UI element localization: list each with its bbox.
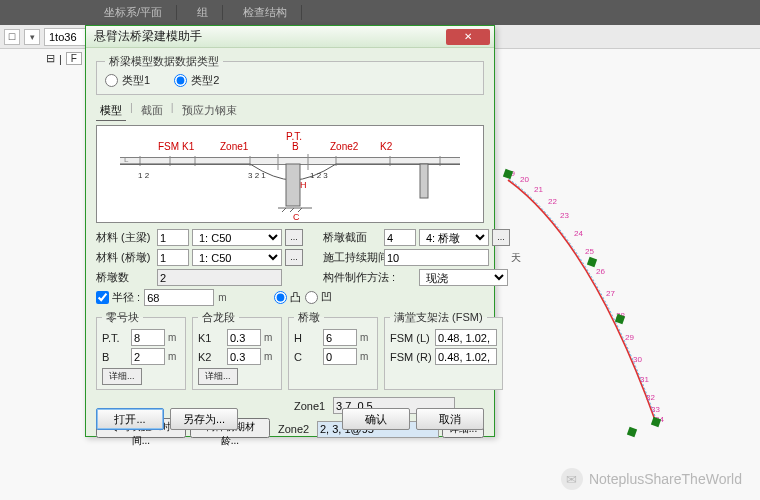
block0-detail-button[interactable]: 详细... [102,368,142,385]
tree-node[interactable]: ⊟|F [46,52,82,65]
pier-section-label: 桥墩截面 [323,230,381,245]
mat-pier-select[interactable]: 1: C50 [192,249,282,266]
mat-girder-num[interactable] [157,229,189,246]
svg-text:25: 25 [585,247,594,256]
model-viewport[interactable]: 192021 222324 252627 282930 313233 34 [500,40,760,440]
svg-text:Zone1: Zone1 [220,141,249,152]
radio-concave[interactable]: 凹 [305,290,332,305]
saveas-button[interactable]: 另存为... [170,408,238,430]
svg-text:20: 20 [520,175,529,184]
svg-rect-20 [420,164,428,198]
svg-rect-9 [120,158,460,164]
closure-group: 合龙段 K1m K2m 详细... [192,310,282,390]
duration-label: 施工持续期间 [323,250,381,265]
block0-group: 零号块 P.T.m Bm 详细... [96,310,186,390]
pier-count-input [157,269,282,286]
mat-girder-more[interactable]: ... [285,229,303,246]
toolbar-button[interactable]: ☐ [4,29,20,45]
h-input[interactable] [323,329,357,346]
tab-section[interactable]: 截面 [137,101,167,121]
mat-girder-label: 材料 (主梁) [96,230,154,245]
b-input[interactable] [131,348,165,365]
svg-text:K1: K1 [182,141,195,152]
svg-text:33: 33 [651,405,660,414]
tabs: 模型| 截面| 预应力钢束 [96,101,484,121]
pier-group: 桥墩 Hm Cm [288,310,378,390]
mat-pier-num[interactable] [157,249,189,266]
svg-text:23: 23 [560,211,569,220]
svg-rect-51 [627,427,637,437]
c-input[interactable] [323,348,357,365]
mat-pier-label: 材料 (桥墩) [96,250,154,265]
svg-text:26: 26 [596,267,605,276]
svg-text:32: 32 [646,393,655,402]
svg-text:30: 30 [633,355,642,364]
k1-input[interactable] [227,329,261,346]
watermark: ✉ NoteplusShareTheWorld [561,468,742,490]
pt-input[interactable] [131,329,165,346]
radio-type1[interactable]: 类型1 [105,73,150,88]
pier-count-label: 桥墩数 [96,270,154,285]
method-label: 构件制作方法 : [323,270,416,285]
bridge-diagram: FSM K1 Zone1 P.T. B Zone2 K2 [96,125,484,223]
svg-text:21: 21 [534,185,543,194]
mat-girder-select[interactable]: 1: C50 [192,229,282,246]
open-button[interactable]: 打开... [96,408,164,430]
svg-text:FSM: FSM [158,141,179,152]
data-type-group: 桥梁模型数据数据类型 类型1 类型2 [96,54,484,95]
svg-text:31: 31 [640,375,649,384]
radius-input[interactable] [144,289,214,306]
fsm-group: 满堂支架法 (FSM) FSM (L) FSM (R) [384,310,503,390]
svg-text:C: C [293,212,300,222]
svg-text:1 2: 1 2 [138,171,150,180]
fsm-r-input[interactable] [435,348,497,365]
svg-rect-48 [587,257,597,267]
wechat-icon: ✉ [561,468,583,490]
svg-text:29: 29 [625,333,634,342]
radio-type2[interactable]: 类型2 [174,73,219,88]
svg-text:24: 24 [574,229,583,238]
svg-text:27: 27 [606,289,615,298]
svg-text:B: B [292,141,299,152]
closure-detail-button[interactable]: 详细... [198,368,238,385]
svg-text:3 2 1: 3 2 1 [248,171,266,180]
data-type-legend: 桥梁模型数据数据类型 [105,54,223,69]
ok-button[interactable]: 确认 [342,408,410,430]
dialog-titlebar[interactable]: 悬臂法桥梁建模助手 ✕ [86,26,494,48]
ribbon-group-check[interactable]: 检查结构 [243,5,287,20]
svg-line-22 [282,208,286,212]
ribbon-group-coord[interactable]: 坐标系/平面 [104,5,162,20]
k2-input[interactable] [227,348,261,365]
dialog-title: 悬臂法桥梁建模助手 [90,28,202,45]
tab-tendon[interactable]: 预应力钢束 [178,101,241,121]
ribbon-group-group[interactable]: 组 [197,5,208,20]
cancel-button[interactable]: 取消 [416,408,484,430]
close-icon[interactable]: ✕ [446,29,490,45]
fsm-l-input[interactable] [435,329,497,346]
radio-convex[interactable]: 凸 [274,290,301,305]
method-select[interactable]: 现浇 [419,269,508,286]
tab-model[interactable]: 模型 [96,101,126,121]
svg-text:L: L [124,155,129,164]
ribbon-strip: 坐标系/平面 组 检查结构 [0,0,760,25]
cantilever-wizard-dialog: 悬臂法桥梁建模助手 ✕ 桥梁模型数据数据类型 类型1 类型2 模型| 截面| 预… [85,25,495,437]
duration-input[interactable] [384,249,489,266]
toolbar-dropdown-icon[interactable]: ▾ [24,29,40,45]
svg-text:H: H [300,180,307,190]
pier-section-select[interactable]: 4: 桥墩 [419,229,489,246]
svg-text:1 2 3: 1 2 3 [310,171,328,180]
svg-text:Zone2: Zone2 [330,141,359,152]
radius-checkbox[interactable]: 半径 : [96,290,140,305]
svg-rect-19 [286,164,300,206]
svg-text:K2: K2 [380,141,393,152]
svg-text:22: 22 [548,197,557,206]
mat-pier-more[interactable]: ... [285,249,303,266]
pier-section-num[interactable] [384,229,416,246]
